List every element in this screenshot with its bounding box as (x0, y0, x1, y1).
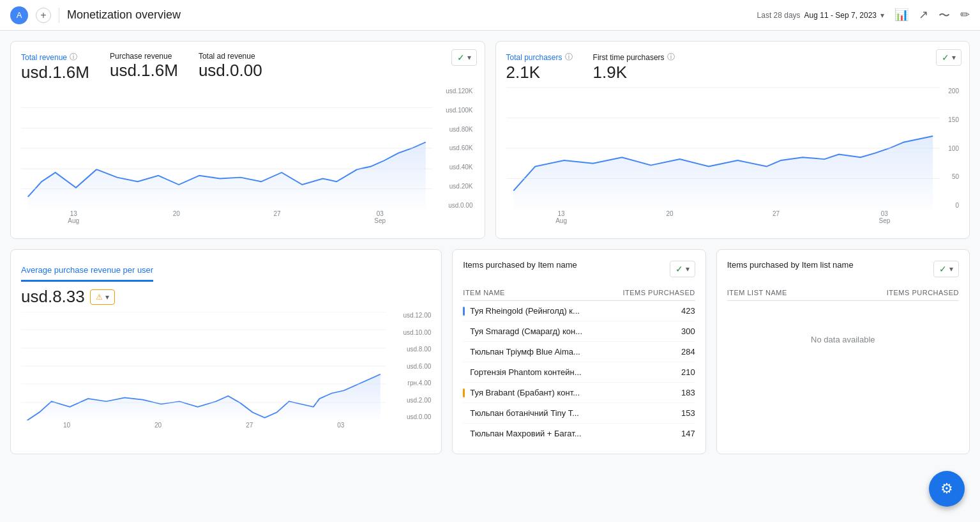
items-purchased-cell: 210 (681, 367, 695, 377)
purchasers-card-controls: ✓ ▾ (936, 49, 961, 66)
items-by-list-header: ITEM LIST NAME ITEMS PURCHASED (727, 285, 959, 301)
total-revenue-label: Total revenue ⓘ (21, 52, 89, 63)
check-icon: ✓ (942, 52, 949, 63)
revenue-metrics: Total revenue ⓘ usd.1.6M Purchase revenu… (21, 52, 474, 82)
date-range-prefix: Last 28 days (757, 11, 801, 20)
share-icon[interactable]: ↗ (919, 8, 928, 23)
app-header: A + Monetization overview Last 28 days A… (0, 0, 980, 31)
purchasers-line-chart (506, 88, 940, 209)
purchasers-x-axis: 13Aug 20 27 03Sep (506, 210, 940, 228)
edit-icon[interactable]: ✏ (960, 8, 970, 23)
check-icon: ✓ (939, 264, 947, 274)
first-time-purchasers-metric: First time purchasers ⓘ 1.9K (593, 52, 675, 82)
items-purchased-cell: 284 (681, 347, 695, 357)
chevron-down-icon: ▾ (467, 53, 471, 62)
item-name-cell: Туя Smaragd (Смарагд) кон... (463, 326, 582, 336)
first-time-purchasers-value: 1.9K (593, 63, 675, 82)
date-range[interactable]: Last 28 days Aug 11 - Sep 7, 2023 ▾ (757, 11, 884, 20)
check-icon: ✓ (675, 264, 683, 274)
purchasers-chart-area: 200 150 100 50 0 13Aug 20 27 03Sep (506, 88, 960, 228)
header-right: Last 28 days Aug 11 - Sep 7, 2023 ▾ 📊 ↗ … (757, 8, 970, 23)
item-list-name-col-header: ITEM LIST NAME (727, 289, 787, 296)
purchase-revenue-label: Purchase revenue (110, 52, 178, 61)
chevron-down-icon: ▾ (949, 265, 953, 273)
item-name-cell: Тюльпан Тріумф Blue Aima... (463, 347, 580, 357)
items-purchased-cell: 300 (681, 326, 695, 336)
item-name-cell: Туя Rheingold (Рейнголд) к... (463, 306, 580, 316)
table-row: Гортензія Phantom контейн... 210 (463, 362, 695, 383)
avg-revenue-header: usd.8.33 ⚠ ▾ (21, 287, 431, 307)
avg-revenue-tab[interactable]: Average purchase revenue per user (21, 260, 153, 282)
total-purchasers-value: 2.1K (506, 63, 573, 82)
revenue-line-chart (21, 88, 433, 209)
user-avatar[interactable]: A (10, 6, 28, 24)
items-by-name-rows: Туя Rheingold (Рейнголд) к... 423 Туя Sm… (463, 301, 695, 443)
trending-icon[interactable]: 〜 (939, 8, 950, 23)
items-by-list-title: Items purchased by Item list name (727, 260, 854, 270)
items-by-list-check-button[interactable]: ✓ ▾ (933, 261, 959, 277)
first-time-info-icon[interactable]: ⓘ (667, 52, 675, 63)
items-by-name-title: Items purchased by Item name (463, 260, 577, 270)
ad-revenue-label: Total ad revenue (199, 52, 262, 61)
purchase-revenue-value: usd.1.6M (110, 61, 178, 81)
no-data-message: No data available (727, 301, 959, 378)
avg-revenue-value: usd.8.33 (21, 287, 85, 307)
bottom-row: Average purchase revenue per user usd.8.… (10, 249, 970, 454)
items-purchased-col-header: ITEMS PURCHASED (622, 289, 695, 296)
avg-revenue-card: Average purchase revenue per user usd.8.… (10, 249, 442, 454)
ad-revenue-metric: Total ad revenue usd.0.00 (199, 52, 262, 82)
items-by-name-check-button[interactable]: ✓ ▾ (670, 261, 695, 277)
header-icons: 📊 ↗ 〜 ✏ (894, 8, 970, 23)
items-by-name-card: Items purchased by Item name ✓ ▾ ITEM NA… (452, 249, 705, 454)
revenue-card: Total revenue ⓘ usd.1.6M Purchase revenu… (10, 41, 485, 239)
purchasers-y-axis: 200 150 100 50 0 (941, 88, 959, 209)
items-purchased-cell: 147 (681, 429, 695, 438)
add-button[interactable]: + (36, 8, 51, 23)
page-title: Monetization overview (67, 8, 750, 22)
chevron-down-icon[interactable]: ▾ (880, 11, 884, 20)
table-row: Тюльпан ботанічний Tiny T... 153 (463, 403, 695, 424)
items-purchased-cell: 423 (681, 306, 695, 316)
table-row: Тюльпан Тріумф Blue Aima... 284 (463, 342, 695, 362)
revenue-x-axis: 13Aug 20 27 03Sep (21, 210, 433, 228)
items-purchased-list-col-header: ITEMS PURCHASED (887, 289, 959, 296)
table-row: Туя Rheingold (Рейнголд) к... 423 (463, 301, 695, 321)
total-revenue-value: usd.1.6M (21, 63, 89, 82)
avg-revenue-chart-area: usd.12.00 usd.10.00 usd.8.00 usd.6.00 гр… (21, 312, 431, 440)
bar-chart-icon[interactable]: 📊 (894, 8, 908, 23)
total-purchasers-label: Total purchasers ⓘ (506, 52, 573, 63)
avg-revenue-warn-button[interactable]: ⚠ ▾ (90, 289, 115, 305)
item-name-cell: Гортензія Phantom контейн... (463, 367, 581, 377)
item-name-col-header: ITEM NAME (463, 289, 505, 296)
avg-revenue-y-axis: usd.12.00 usd.10.00 usd.8.00 usd.6.00 гр… (388, 312, 431, 420)
avg-revenue-x-axis: 10 20 27 03 (21, 422, 386, 440)
total-purchasers-metric: Total purchasers ⓘ 2.1K (506, 52, 573, 82)
total-revenue-info-icon[interactable]: ⓘ (70, 52, 77, 63)
revenue-card-controls: ✓ ▾ (451, 49, 477, 66)
items-by-list-card: Items purchased by Item list name ✓ ▾ IT… (716, 249, 970, 454)
purchasers-metrics: Total purchasers ⓘ 2.1K First time purch… (506, 52, 960, 82)
items-by-name-header: ITEM NAME ITEMS PURCHASED (463, 285, 695, 301)
date-range-value: Aug 11 - Sep 7, 2023 (804, 11, 877, 20)
item-name-cell: Туя Brabant (Брабант) конт... (463, 388, 580, 397)
ad-revenue-value: usd.0.00 (199, 61, 262, 81)
warning-icon: ⚠ (96, 293, 103, 302)
items-purchased-cell: 153 (681, 408, 695, 418)
item-name-cell: Тюльпан ботанічний Tiny T... (463, 408, 579, 418)
purchasers-card: Total purchasers ⓘ 2.1K First time purch… (495, 41, 970, 239)
table-row: Тюльпан Махровий + Багат... 147 (463, 424, 695, 443)
chevron-down-icon: ▾ (105, 293, 109, 302)
chevron-down-icon: ▾ (686, 265, 690, 273)
revenue-check-button[interactable]: ✓ ▾ (451, 49, 477, 66)
avg-revenue-controls: ⚠ ▾ (90, 289, 115, 305)
avg-revenue-line-chart (21, 312, 386, 420)
first-time-purchasers-label: First time purchasers ⓘ (593, 52, 675, 63)
chevron-down-icon: ▾ (952, 53, 956, 62)
items-purchased-cell: 183 (681, 388, 695, 397)
purchasers-check-button[interactable]: ✓ ▾ (936, 49, 961, 66)
revenue-y-axis: usd.120K usd.100K usd.80K usd.60K usd.40… (435, 88, 474, 209)
item-name-cell: Тюльпан Махровий + Багат... (463, 429, 581, 438)
total-purchasers-info-icon[interactable]: ⓘ (565, 52, 573, 63)
table-row: Туя Smaragd (Смарагд) кон... 300 (463, 321, 695, 342)
check-icon: ✓ (457, 52, 465, 63)
